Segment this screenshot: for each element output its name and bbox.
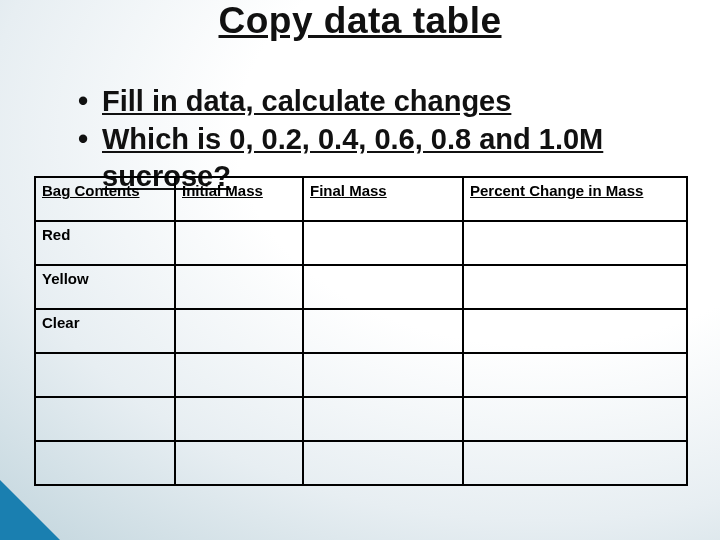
cell-initial bbox=[175, 441, 303, 485]
cell-pct bbox=[463, 441, 687, 485]
cell-final bbox=[303, 265, 463, 309]
cell-bag: Yellow bbox=[35, 265, 175, 309]
cell-bag bbox=[35, 441, 175, 485]
cell-final bbox=[303, 397, 463, 441]
cell-bag: Clear bbox=[35, 309, 175, 353]
cell-pct bbox=[463, 353, 687, 397]
col-header-initial: Initial Mass bbox=[175, 177, 303, 221]
page-title: Copy data table bbox=[0, 0, 720, 42]
cell-bag bbox=[35, 397, 175, 441]
col-header-final: Final Mass bbox=[303, 177, 463, 221]
col-header-bag: Bag Contents bbox=[35, 177, 175, 221]
cell-pct bbox=[463, 309, 687, 353]
table-row: Clear bbox=[35, 309, 687, 353]
col-header-pct: Percent Change in Mass bbox=[463, 177, 687, 221]
table-header-row: Bag Contents Initial Mass Final Mass Per… bbox=[35, 177, 687, 221]
data-table: Bag Contents Initial Mass Final Mass Per… bbox=[34, 176, 688, 486]
slide: Copy data table Fill in data, calculate … bbox=[0, 0, 720, 540]
cell-pct bbox=[463, 265, 687, 309]
cell-final bbox=[303, 441, 463, 485]
bullet-item: Fill in data, calculate changes bbox=[78, 83, 690, 119]
cell-initial bbox=[175, 353, 303, 397]
table-row: Red bbox=[35, 221, 687, 265]
cell-final bbox=[303, 353, 463, 397]
cell-final bbox=[303, 309, 463, 353]
accent-corner bbox=[0, 480, 60, 540]
table-row bbox=[35, 353, 687, 397]
cell-initial bbox=[175, 265, 303, 309]
table-row bbox=[35, 397, 687, 441]
cell-pct bbox=[463, 397, 687, 441]
cell-pct bbox=[463, 221, 687, 265]
table-row bbox=[35, 441, 687, 485]
cell-initial bbox=[175, 221, 303, 265]
cell-bag bbox=[35, 353, 175, 397]
cell-final bbox=[303, 221, 463, 265]
cell-initial bbox=[175, 309, 303, 353]
cell-bag: Red bbox=[35, 221, 175, 265]
cell-initial bbox=[175, 397, 303, 441]
table-row: Yellow bbox=[35, 265, 687, 309]
